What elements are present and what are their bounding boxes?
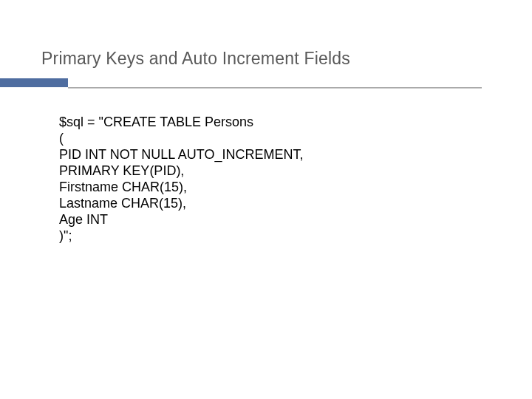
code-line: Firstname CHAR(15), (59, 180, 187, 194)
slide-title: Primary Keys and Auto Increment Fields (41, 49, 350, 69)
code-line: Age INT (59, 212, 108, 227)
slide: Primary Keys and Auto Increment Fields $… (0, 0, 532, 399)
code-line: )"; (59, 228, 72, 243)
code-line: $sql = "CREATE TABLE Persons (59, 115, 253, 129)
code-line: PRIMARY KEY(PID), (59, 163, 184, 178)
code-line: Lastname CHAR(15), (59, 196, 186, 211)
title-underline (68, 87, 482, 89)
code-line: PID INT NOT NULL AUTO_INCREMENT, (59, 147, 303, 162)
accent-bar (0, 78, 68, 87)
code-block: $sql = "CREATE TABLE Persons ( PID INT N… (59, 115, 303, 245)
code-line: ( (59, 131, 64, 146)
